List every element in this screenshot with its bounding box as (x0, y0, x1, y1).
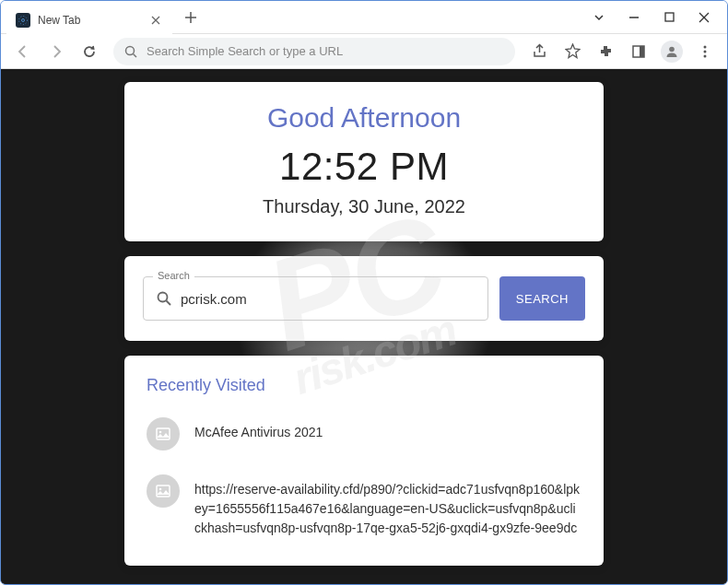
recently-visited-card: Recently Visited McAfee Antivirus 2021 h… (124, 356, 604, 566)
svg-point-6 (669, 46, 675, 52)
page-content: Good Afternoon 12:52 PM Thursday, 30 Jun… (1, 69, 727, 584)
greeting-text: Good Afternoon (143, 102, 585, 134)
address-bar[interactable]: Search Simple Search or type a URL (113, 38, 515, 65)
svg-point-12 (159, 431, 162, 434)
profile-avatar[interactable] (661, 41, 683, 63)
svg-point-7 (704, 45, 707, 48)
clock-date: Thursday, 30 June, 2022 (143, 196, 585, 217)
browser-tab[interactable]: New Tab (6, 6, 172, 34)
browser-window: New Tab (0, 0, 728, 585)
maximize-button[interactable] (653, 5, 685, 30)
image-placeholder-icon (147, 474, 180, 508)
svg-point-10 (159, 293, 168, 302)
svg-point-3 (126, 46, 135, 54)
svg-rect-11 (157, 428, 170, 439)
recent-item-label: McAfee Antivirus 2021 (194, 415, 323, 442)
close-window-button[interactable] (688, 5, 720, 30)
svg-point-8 (704, 50, 707, 53)
tab-favicon-icon (16, 13, 30, 28)
new-tab-button[interactable] (178, 5, 204, 30)
svg-rect-13 (157, 486, 170, 497)
chevron-down-icon[interactable] (583, 5, 615, 30)
clock-time: 12:52 PM (143, 145, 585, 189)
tab-title: New Tab (38, 14, 141, 27)
search-input[interactable] (181, 291, 475, 307)
window-controls (583, 5, 727, 30)
browser-toolbar: Search Simple Search or type a URL (1, 34, 727, 69)
recent-item-label: https://reserve-availability.cfd/p890/?c… (194, 473, 581, 538)
svg-point-14 (159, 488, 162, 491)
side-panel-icon[interactable] (624, 37, 653, 66)
extensions-icon[interactable] (591, 37, 620, 66)
list-item[interactable]: https://reserve-availability.cfd/p890/?c… (147, 473, 581, 538)
search-field[interactable]: Search (143, 276, 488, 321)
bookmark-star-icon[interactable] (558, 37, 587, 66)
greeting-card: Good Afternoon 12:52 PM Thursday, 30 Jun… (124, 82, 604, 241)
search-button[interactable]: SEARCH (499, 276, 585, 321)
tab-strip: New Tab (1, 1, 583, 33)
forward-button[interactable] (41, 37, 71, 66)
image-placeholder-icon (147, 417, 180, 450)
svg-point-9 (704, 54, 707, 57)
reload-button[interactable] (75, 37, 104, 66)
back-button[interactable] (8, 37, 38, 66)
svg-rect-2 (665, 13, 674, 21)
scroll-area[interactable]: Good Afternoon 12:52 PM Thursday, 30 Jun… (1, 69, 727, 584)
search-card: Search SEARCH (124, 256, 604, 341)
search-icon (124, 45, 137, 58)
omnibox-placeholder: Search Simple Search or type a URL (147, 44, 504, 58)
svg-rect-5 (640, 46, 644, 57)
window-titlebar: New Tab (1, 1, 727, 34)
close-icon[interactable] (148, 13, 163, 28)
menu-icon[interactable] (690, 37, 720, 66)
search-field-label: Search (153, 270, 194, 281)
svg-point-0 (22, 18, 25, 21)
share-icon[interactable] (524, 37, 554, 66)
minimize-button[interactable] (618, 5, 650, 30)
svg-point-1 (19, 16, 28, 24)
list-item[interactable]: McAfee Antivirus 2021 (147, 415, 581, 450)
recently-visited-title: Recently Visited (147, 376, 581, 395)
search-icon (157, 291, 171, 306)
